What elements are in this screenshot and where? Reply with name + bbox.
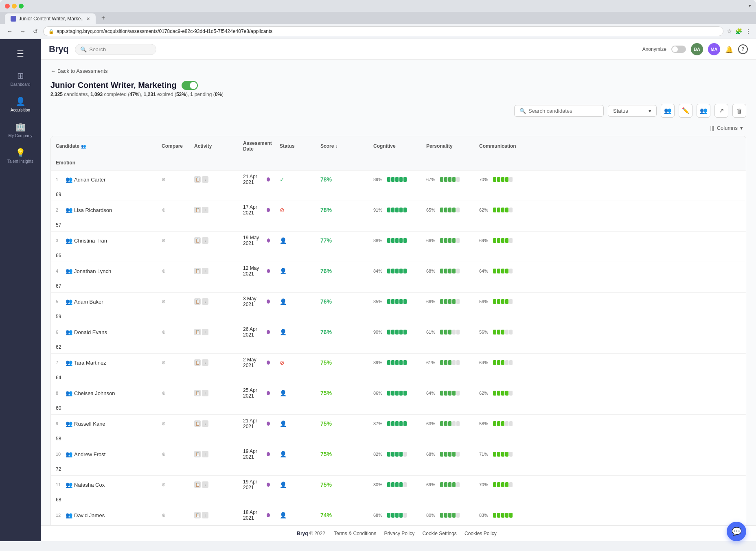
status-dot-icon [267,238,270,243]
footer-terms-link[interactable]: Terms & Conditions [334,531,376,536]
candidate-avatar-icon: 👥 [66,359,72,366]
back-arrow-icon: ← [50,68,56,74]
emotion-value: 66 [56,253,61,258]
activity-icon-1: 📋 [194,481,201,488]
td-compare[interactable]: ⊕ [157,204,189,216]
table-row[interactable]: 11 👥 Natasha Cox ⊕ 📋 ↓ 19 Apr 2021 👤 75% [51,476,746,506]
avatar-ba[interactable]: BA [691,43,703,55]
delete-icon-button[interactable]: 🗑 [732,104,746,118]
td-compare[interactable]: ⊕ [157,295,189,308]
td-score: 78% [316,203,368,216]
sidebar-item-my-company[interactable]: 🏢 My Company [4,118,37,142]
sidebar-item-acquisition[interactable]: 👤 Acquisition [4,92,37,116]
address-bar[interactable]: 🔒 app.staging.bryq.com/acquisition/asses… [43,26,723,36]
td-compare[interactable]: ⊕ [157,509,189,521]
table-row[interactable]: 6 👥 Donald Evans ⊕ 📋 ↓ 26 Apr 2021 👤 76% [51,323,746,354]
activity-icon-2: ↓ [202,268,208,274]
reload-nav-button[interactable]: ↺ [31,27,40,35]
td-status: 👤 [275,234,316,247]
notification-bell-icon[interactable]: 🔔 [725,46,733,53]
table-row[interactable]: 9 👥 Russell Kane ⊕ 📋 ↓ 21 Apr 2021 👤 75% [51,415,746,445]
forward-nav-button[interactable]: → [18,27,28,35]
compare-icon: ⊕ [162,207,166,213]
back-nav-button[interactable]: ← [5,27,15,35]
table-row[interactable]: 1 👥 Adrian Carter ⊕ 📋 ↓ 21 Apr 2021 ✓ 78… [51,171,746,201]
anonymize-toggle[interactable] [671,46,686,53]
bookmark-icon[interactable]: ☆ [727,28,732,35]
columns-icon: ||| [710,125,714,131]
td-compare[interactable]: ⊕ [157,173,189,186]
footer-privacy-link[interactable]: Privacy Policy [384,531,415,536]
table-row[interactable]: 8 👥 Chelsea Johnson ⊕ 📋 ↓ 25 Apr 2021 👤 … [51,384,746,415]
td-compare[interactable]: ⊕ [157,387,189,399]
back-to-assessments-link[interactable]: ← Back to Assessments [50,68,746,74]
sidebar-item-talent-insights[interactable]: 💡 Talent Insights [4,144,37,168]
extensions-icon[interactable]: 🧩 [735,28,742,35]
td-candidate: 2 👥 Lisa Richardson [51,203,157,216]
td-candidate: 1 👥 Adrian Carter [51,173,157,186]
table-row[interactable]: 3 👥 Christina Tran ⊕ 📋 ↓ 19 May 2021 👤 7… [51,232,746,262]
td-communication: 56% [474,296,507,307]
table-row[interactable]: 10 👥 Andrew Frost ⊕ 📋 ↓ 19 Apr 2021 👤 75… [51,445,746,476]
app-logo: Bryq [49,44,68,55]
td-activity: 📋 ↓ [189,173,238,186]
assessment-date-text: 19 Apr 2021 [243,479,263,490]
candidate-avatar-icon: 👥 [66,207,72,213]
job-active-toggle[interactable] [182,81,198,90]
export-icon-button[interactable]: ↗ [714,104,728,118]
status-dropdown[interactable]: Status ▾ [608,105,657,117]
assessment-date-text: 19 Apr 2021 [243,448,263,460]
td-compare[interactable]: ⊕ [157,234,189,247]
th-score[interactable]: Score ↓ [316,136,368,156]
talent-insights-icon: 💡 [15,148,26,157]
score-value: 78% [320,176,332,183]
td-personality: 69% [421,479,474,490]
table-row[interactable]: 2 👥 Lisa Richardson ⊕ 📋 ↓ 17 Apr 2021 ⊘ … [51,201,746,232]
header-right: Anonymize BA MA 🔔 ? [642,43,748,55]
td-compare[interactable]: ⊕ [157,356,189,369]
table-row[interactable]: 4 👥 Jonathan Lynch ⊕ 📋 ↓ 12 May 2021 👤 7… [51,262,746,293]
header-search-input[interactable] [89,46,146,52]
sidebar-item-dashboard[interactable]: ⊞ Dashboard [4,67,37,91]
table-row[interactable]: 12 👥 David James ⊕ 📋 ↓ 18 Apr 2021 👤 74% [51,506,746,525]
td-assessment-date: 17 Apr 2021 [238,201,275,219]
emotion-value: 60 [56,405,61,411]
header-search-box[interactable]: 🔍 [75,44,156,55]
invite-icon-button[interactable]: 👥 [697,104,710,118]
window-close-dot[interactable] [5,4,10,9]
avatar-ma[interactable]: MA [708,43,720,55]
td-compare[interactable]: ⊕ [157,448,189,460]
td-compare[interactable]: ⊕ [157,479,189,491]
add-candidate-icon-button[interactable]: 👥 [661,104,675,118]
browser-tab-active[interactable]: Junior Content Writer, Marke... ✕ [5,13,96,24]
window-maximize-dot[interactable] [19,4,24,9]
td-compare[interactable]: ⊕ [157,326,189,338]
th-status: Status [275,136,316,156]
search-candidates-box[interactable]: 🔍 [514,105,604,117]
footer-cookies-policy-link[interactable]: Cookies Policy [465,531,497,536]
table-row[interactable]: 5 👥 Adam Baker ⊕ 📋 ↓ 3 May 2021 👤 76% [51,293,746,323]
table-row[interactable]: 7 👥 Tara Martinez ⊕ 📋 ↓ 2 May 2021 ⊘ 75% [51,354,746,384]
td-compare[interactable]: ⊕ [157,418,189,430]
assessment-date-text: 2 May 2021 [243,357,263,368]
compare-icon: ⊕ [162,482,166,488]
candidate-name: Russell Kane [74,421,105,427]
td-assessment-date: 12 May 2021 [238,262,275,280]
sidebar-menu-icon[interactable]: ☰ [13,46,27,62]
help-button[interactable]: ? [738,44,748,54]
footer-cookie-settings-link[interactable]: Cookie Settings [423,531,457,536]
td-compare[interactable]: ⊕ [157,265,189,277]
td-cognitive: 82% [368,448,421,460]
window-minimize-dot[interactable] [12,4,17,9]
sidebar-item-dashboard-label: Dashboard [11,82,31,87]
td-status: 👤 [275,509,316,522]
edit-icon-button[interactable]: ✏️ [679,104,692,118]
columns-button[interactable]: ||| Columns ▾ [707,123,746,133]
td-communication: 69% [474,235,507,246]
tab-close-button[interactable]: ✕ [86,16,90,22]
new-tab-button[interactable]: + [97,12,109,24]
sidebar: ☰ ⊞ Dashboard 👤 Acquisition 🏢 My Company… [0,39,41,541]
more-options-icon[interactable]: ⋮ [745,28,751,35]
chat-support-button[interactable]: 💬 [727,522,746,541]
search-candidates-input[interactable] [528,108,594,114]
